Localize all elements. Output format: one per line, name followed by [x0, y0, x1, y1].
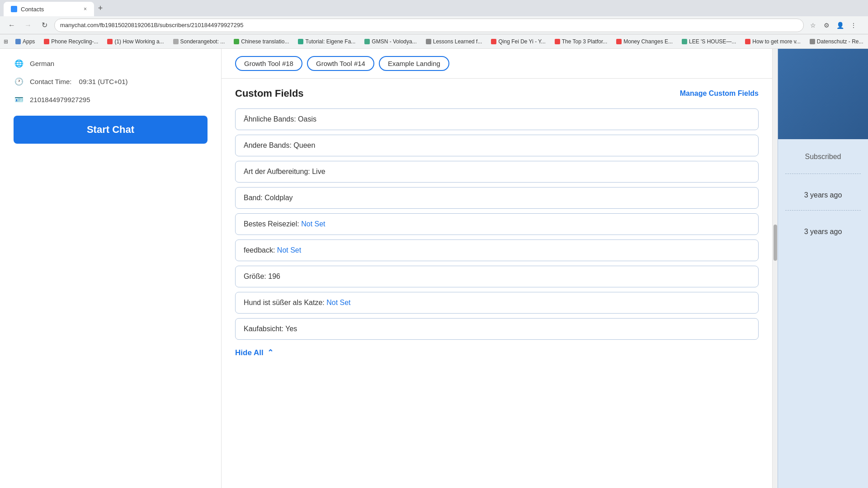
field-label: Band:: [244, 194, 264, 202]
custom-fields-section: Custom Fields Manage Custom Fields Ähnli…: [222, 79, 772, 370]
field-feedback[interactable]: feedback: Not Set: [235, 239, 759, 261]
chevron-up-icon: ⌃: [267, 348, 274, 357]
bookmarks-bar: ⊞ Apps Phone Recycling-... (1) How Worki…: [0, 34, 868, 49]
bookmark-phone-recycling[interactable]: Phone Recycling-...: [40, 38, 102, 46]
bookmark-more-views[interactable]: How to get more v...: [741, 38, 804, 46]
divider-2: [785, 210, 861, 211]
bookmark-money[interactable]: Money Changes E...: [613, 38, 676, 46]
divider-1: [785, 174, 861, 174]
tag-growth-tool-18[interactable]: Growth Tool #18: [235, 56, 302, 71]
tab-favicon: [11, 6, 17, 12]
bookmark-star-icon[interactable]: ☆: [807, 20, 818, 31]
bookmark-apps[interactable]: Apps: [12, 38, 38, 46]
field-value: Live: [312, 168, 325, 175]
hide-all-button[interactable]: Hide All ⌃: [235, 344, 759, 361]
field-label: Bestes Reiseziel:: [244, 220, 301, 228]
contact-time-label: Contact Time:: [30, 78, 72, 85]
field-andere-bands[interactable]: Andere Bands: Queen: [235, 135, 759, 156]
right-top-decoration: [778, 49, 868, 139]
profile-icon[interactable]: 👤: [835, 20, 845, 31]
new-tab-button[interactable]: +: [94, 2, 107, 14]
bookmark-how-working[interactable]: (1) How Working a...: [104, 38, 167, 46]
manage-custom-fields-link[interactable]: Manage Custom Fields: [680, 89, 759, 98]
field-label: feedback:: [244, 246, 277, 254]
reload-button[interactable]: ↻: [38, 19, 51, 32]
field-value: Yes: [285, 325, 297, 333]
tag-growth-tool-14[interactable]: Growth Tool #14: [307, 56, 374, 71]
field-label: Art der Aufbereitung:: [244, 168, 312, 175]
subscribed-label: Subscribed: [785, 153, 861, 161]
url-text: manychat.com/fb198150208192061B/subscrib…: [60, 22, 243, 28]
bookmarks-label: ⊞: [4, 38, 8, 45]
tag-example-landing[interactable]: Example Landing: [379, 56, 449, 71]
start-chat-button[interactable]: Start Chat: [14, 116, 208, 144]
hide-all-label: Hide All: [235, 348, 264, 357]
contact-time-row: 🕐 Contact Time: 09:31 (UTC+01): [14, 76, 208, 87]
tab-title: Contacts: [21, 6, 44, 13]
field-label: Größe:: [244, 272, 268, 280]
field-label: Ähnliche Bands:: [244, 115, 298, 123]
field-band[interactable]: Band: Coldplay: [235, 187, 759, 209]
field-value: Queen: [293, 141, 315, 149]
field-aehnliche-bands[interactable]: Ähnliche Bands: Oasis: [235, 108, 759, 130]
bookmark-lees-house[interactable]: LEE 'S HOUSE—...: [678, 38, 740, 46]
custom-fields-title: Custom Fields: [235, 88, 304, 99]
center-content: Growth Tool #18 Growth Tool #14 Example …: [222, 49, 772, 488]
bookmark-top3[interactable]: The Top 3 Platfor...: [551, 38, 611, 46]
field-value: Coldplay: [264, 194, 292, 202]
field-value-not-set: Not Set: [277, 246, 301, 254]
field-art-aufbereitung[interactable]: Art der Aufbereitung: Live: [235, 161, 759, 183]
bookmark-lessons[interactable]: Lessons Learned f...: [422, 38, 486, 46]
id-card-icon: 🪪: [14, 94, 24, 105]
bookmark-tutorial[interactable]: Tutorial: Eigene Fa...: [294, 38, 359, 46]
contact-id-value: 2101844979927295: [30, 96, 90, 103]
scrollbar[interactable]: [772, 49, 778, 488]
left-sidebar: 🌐 German 🕐 Contact Time: 09:31 (UTC+01) …: [0, 49, 222, 488]
back-button[interactable]: ←: [5, 19, 18, 32]
field-value: Oasis: [298, 115, 316, 123]
field-groesse[interactable]: Größe: 196: [235, 266, 759, 287]
field-label: Andere Bands:: [244, 141, 293, 149]
field-bestes-reiseziel[interactable]: Bestes Reiseziel: Not Set: [235, 213, 759, 235]
address-bar[interactable]: manychat.com/fb198150208192061B/subscrib…: [54, 19, 804, 32]
extension-icon[interactable]: ⚙: [821, 20, 832, 31]
tags-section: Growth Tool #18 Growth Tool #14 Example …: [222, 49, 772, 79]
field-kaufabsicht[interactable]: Kaufabsicht: Yes: [235, 318, 759, 340]
language-value: German: [30, 60, 54, 67]
scrollbar-thumb[interactable]: [774, 225, 777, 261]
bookmark-datenschutz[interactable]: Datenschutz - Re...: [806, 38, 867, 46]
status-section: Subscribed: [778, 139, 868, 170]
time1-section: 3 years ago: [778, 178, 868, 206]
globe-icon: 🌐: [14, 58, 24, 69]
field-value-not-set: Not Set: [301, 220, 325, 228]
bookmark-qing[interactable]: Qing Fei De Yi - Y...: [487, 38, 549, 46]
time2-section: 3 years ago: [778, 214, 868, 243]
tab-close-button[interactable]: ×: [84, 6, 87, 12]
time2-value: 3 years ago: [785, 228, 861, 236]
field-value: 196: [268, 272, 280, 280]
field-hund[interactable]: Hund ist süßer als Katze: Not Set: [235, 292, 759, 314]
contact-time-value: 09:31 (UTC+01): [79, 78, 128, 85]
bookmark-gmsn[interactable]: GMSN - Volodya...: [361, 38, 420, 46]
menu-icon[interactable]: ⋮: [848, 20, 859, 31]
field-label: Hund ist süßer als Katze:: [244, 299, 326, 306]
clock-icon: 🕐: [14, 76, 24, 87]
language-row: 🌐 German: [14, 58, 208, 69]
forward-button[interactable]: →: [22, 19, 34, 32]
bookmark-sonderangebot[interactable]: Sonderangebot: ...: [170, 38, 229, 46]
contact-id-row: 🪪 2101844979927295: [14, 94, 208, 105]
browser-tab[interactable]: Contacts ×: [4, 2, 94, 16]
field-value-not-set: Not Set: [326, 299, 350, 306]
right-sidebar: Subscribed 3 years ago 3 years ago: [778, 49, 868, 488]
bookmark-chinese[interactable]: Chinese translatio...: [230, 38, 292, 46]
field-label: Kaufabsicht:: [244, 325, 285, 333]
time1-value: 3 years ago: [785, 191, 861, 199]
